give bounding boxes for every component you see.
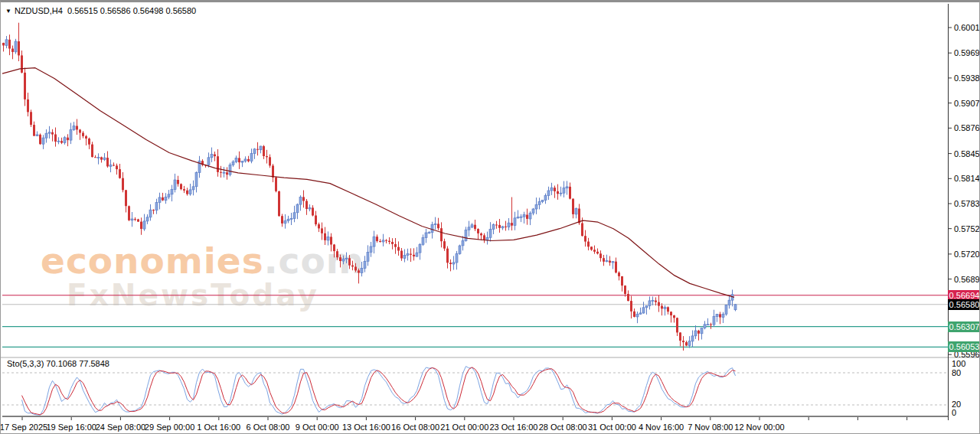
candle: [456, 253, 458, 263]
candle: [532, 209, 534, 213]
candle: [364, 261, 366, 268]
candle: [11, 49, 14, 52]
candle: [324, 233, 326, 240]
candle: [544, 196, 547, 201]
candle: [168, 194, 170, 197]
candle: [174, 180, 176, 190]
candle: [149, 210, 152, 217]
candle: [538, 202, 541, 205]
candle: [547, 191, 550, 196]
candle: [483, 235, 485, 240]
candle: [79, 129, 81, 132]
candle: [189, 190, 191, 194]
candle: [192, 187, 194, 190]
candle: [713, 317, 715, 325]
time-tick-label: 6 Oct 08:00: [247, 423, 290, 432]
candle: [330, 237, 332, 244]
candle: [48, 132, 51, 133]
candle: [226, 172, 228, 175]
candle: [652, 301, 654, 302]
candle: [664, 307, 666, 308]
candle: [5, 40, 8, 46]
candle: [676, 318, 678, 332]
candle: [648, 301, 651, 306]
candle: [348, 258, 351, 265]
candle: [312, 207, 314, 215]
candle: [162, 197, 164, 201]
candle: [575, 209, 577, 214]
candle: [486, 237, 488, 240]
candle: [480, 233, 482, 235]
candle: [459, 246, 461, 253]
candle: [505, 227, 507, 227]
candlestick-series: [2, 23, 737, 351]
candle: [88, 139, 90, 145]
candle: [554, 188, 556, 191]
candle: [728, 300, 730, 305]
candle: [710, 325, 712, 325]
candle: [517, 217, 519, 218]
candle: [560, 193, 562, 194]
candle: [639, 313, 642, 314]
candle: [422, 238, 424, 245]
candle: [100, 157, 103, 159]
candle: [287, 219, 289, 220]
candle: [498, 225, 501, 228]
stoch-axis-label: 100: [952, 359, 965, 368]
candle: [587, 242, 590, 247]
price-tick-label: 0.56585: [954, 299, 980, 308]
candle: [39, 135, 41, 144]
candle: [492, 225, 495, 230]
time-tick-label: 24 Sep 08:00: [96, 423, 145, 432]
candle: [8, 40, 11, 49]
candle: [719, 314, 721, 317]
stoch-axis-label: 0: [952, 408, 956, 417]
candle: [143, 221, 145, 229]
candle: [85, 136, 87, 139]
price-tick-label: 0.57520: [954, 224, 980, 233]
candle: [431, 225, 433, 233]
candle: [449, 263, 452, 264]
price-chart-canvas[interactable]: 0.600100.596950.593850.590750.587650.584…: [1, 2, 980, 434]
candle: [18, 41, 20, 55]
candle: [27, 100, 29, 113]
candle: [195, 172, 198, 187]
time-tick-label: 23 Oct 16:00: [490, 423, 538, 432]
candle: [336, 251, 338, 257]
time-tick-label: 28 Oct 08:00: [539, 423, 587, 432]
time-tick-label: 21 Oct 00:00: [440, 423, 488, 432]
candle: [333, 245, 335, 252]
candle: [358, 270, 360, 272]
candle: [250, 154, 253, 162]
candle: [266, 156, 268, 157]
candle: [397, 247, 400, 251]
candle: [33, 125, 35, 136]
candle: [572, 199, 574, 214]
time-tick-label: 29 Sep 00:00: [145, 423, 194, 432]
candle: [416, 253, 418, 256]
candle: [220, 172, 222, 173]
candle: [419, 244, 421, 253]
candle: [299, 197, 302, 204]
time-tick-label: 1 Oct 16:00: [197, 423, 240, 432]
candle: [24, 73, 26, 100]
candle: [615, 262, 617, 272]
candle: [437, 224, 439, 228]
candle: [113, 165, 115, 166]
price-tick-label: 0.56275: [954, 325, 980, 334]
time-axis[interactable]: 17 Sep 202519 Sep 16:0024 Sep 08:0029 Se…: [1, 417, 907, 432]
candle: [272, 165, 274, 178]
price-tick-label: 0.60010: [954, 23, 980, 32]
candle: [388, 241, 390, 242]
candle: [76, 126, 78, 130]
stochastic-d-line: [22, 367, 736, 415]
candle: [413, 255, 415, 256]
candle: [211, 155, 213, 158]
price-tick-label: 0.59075: [954, 99, 980, 108]
price-tick-label: 0.55960: [954, 350, 980, 359]
candle: [452, 263, 455, 264]
candle: [315, 216, 317, 225]
candle: [734, 305, 737, 310]
candle: [103, 158, 106, 159]
candle: [621, 276, 623, 286]
